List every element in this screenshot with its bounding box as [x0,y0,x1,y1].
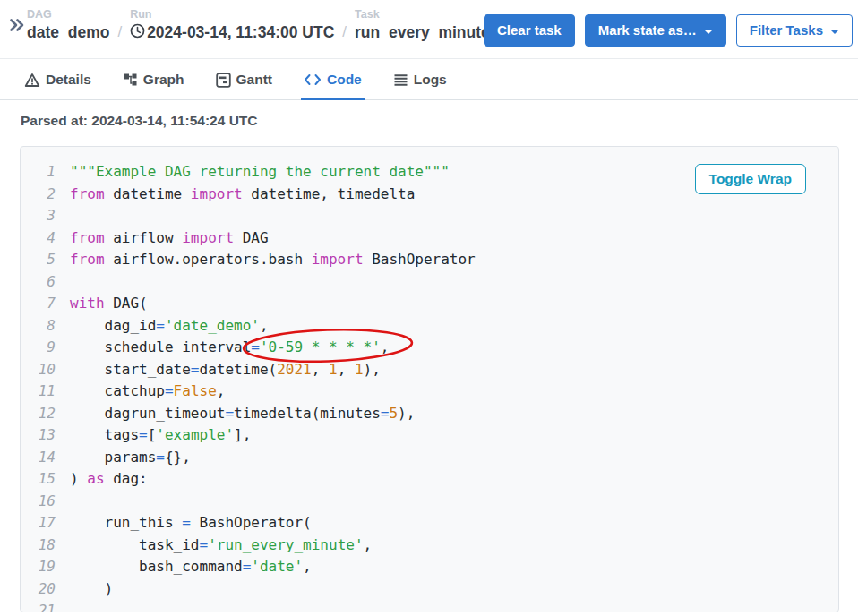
line-number: 17 [21,512,70,535]
tab-details-label: Details [46,72,91,88]
code-text: run_this = BashOperator( [70,512,312,535]
warning-triangle-icon [24,73,40,88]
tab-code[interactable]: Code [301,70,365,100]
mark-state-as-button[interactable]: Mark state as… [585,14,726,47]
breadcrumb-separator: / [117,23,122,41]
line-number: 7 [21,293,70,315]
code-line-3: 3 [21,205,838,227]
line-number: 3 [21,205,70,227]
code-line-4: 4from airflow import DAG [21,227,838,250]
code-line-6: 6 [21,271,838,294]
line-number: 5 [21,249,70,271]
line-number: 21 [21,600,70,612]
code-line-7: 7with DAG( [21,293,838,315]
tab-details[interactable]: Details [21,70,94,100]
breadcrumb-dag: DAG date_demo [27,8,109,43]
dag-name-link[interactable]: date_demo [27,21,109,43]
code-text: start_date=datetime(2021, 1, 1), [70,359,381,381]
line-number: 9 [21,337,70,359]
code-line-18: 18 task_id='run_every_minute', [21,535,838,557]
line-number: 4 [21,227,70,250]
filter-tasks-label: Filter Tasks [750,22,823,38]
tab-gantt-label: Gantt [236,72,272,88]
breadcrumb-separator: / [342,23,347,41]
code-text: bash_command='date', [70,556,312,578]
breadcrumb-run: Run 2024-03-14, 11:34:00 UTC [130,8,334,43]
collapse-breadcrumb-button[interactable] [7,16,27,36]
code-text: from airflow import DAG [70,227,269,250]
clear-task-button[interactable]: Clear task [484,14,575,47]
gantt-chart-icon [216,73,231,88]
line-number: 19 [21,556,70,578]
code-text: tags=['example'], [70,424,251,447]
code-line-11: 11 catchup=False, [21,381,838,403]
tab-code-label: Code [327,72,362,88]
code-text: with DAG( [70,293,148,315]
code-line-14: 14 params={}, [21,447,838,469]
run-date-text: 2024-03-14, 11:34:00 UTC [147,21,334,43]
line-number: 18 [21,535,70,557]
code-line-8: 8 dag_id='date_demo', [21,315,838,338]
caret-down-icon [830,30,839,34]
code-line-17: 17 run_this = BashOperator( [21,512,838,535]
line-number: 20 [21,578,70,601]
code-line-20: 20 ) [21,578,838,601]
line-number: 13 [21,424,70,447]
line-number: 16 [21,491,70,513]
code-text: schedule_interval='0-59 * * * *', [70,337,389,359]
graph-nodes-icon [123,73,138,87]
line-number: 2 [21,184,70,206]
code-line-13: 13 tags=['example'], [21,424,838,447]
code-line-10: 10 start_date=datetime(2021, 1, 1), [21,359,838,381]
dag-label: DAG [27,8,109,21]
line-number: 10 [21,359,70,381]
line-number: 14 [21,447,70,469]
code-text: ) [70,578,113,601]
code-text: """Example DAG returning the current dat… [70,161,450,184]
code-line-16: 16 [21,491,838,513]
code-line-5: 5from airflow.operators.bash import Bash… [21,249,838,271]
parsed-at-text: Parsed at: 2024-03-14, 11:54:24 UTC [21,112,858,130]
log-lines-icon [393,73,408,87]
breadcrumb: DAG date_demo / Run 2024-03-14, 11:34:00… [27,8,490,43]
run-label: Run [130,8,334,21]
code-text: dagrun_timeout=timedelta(minutes=5), [70,403,415,425]
task-label: Task [355,8,490,21]
clock-icon [130,22,145,44]
line-number: 8 [21,315,70,338]
line-number: 1 [21,161,70,184]
tab-gantt[interactable]: Gantt [213,70,275,100]
code-text: dag_id='date_demo', [70,315,269,338]
code-text: from datetime import datetime, timedelta [70,184,415,206]
code-panel: 1"""Example DAG returning the current da… [20,146,839,612]
code-text: params={}, [70,447,191,469]
line-number: 6 [21,271,70,294]
tab-bar: Details Graph Gantt [0,59,858,100]
header-actions: Clear task Mark state as… Filter Tasks [484,14,853,47]
toggle-wrap-button[interactable]: Toggle Wrap [695,164,806,194]
code-line-19: 19 bash_command='date', [21,556,838,578]
tab-graph[interactable]: Graph [120,70,187,100]
line-number: 12 [21,403,70,425]
chevrons-right-icon [8,23,26,37]
code-text: ) as dag: [70,468,148,491]
code-lines: 1"""Example DAG returning the current da… [21,161,838,612]
tab-logs[interactable]: Logs [390,70,450,100]
task-name-link[interactable]: run_every_minute [355,21,490,43]
mark-state-as-label: Mark state as… [598,22,697,38]
filter-tasks-button[interactable]: Filter Tasks [736,14,853,47]
tab-graph-label: Graph [143,72,184,88]
line-number: 11 [21,381,70,403]
caret-down-icon [704,30,713,34]
code-text: task_id='run_every_minute', [70,535,372,557]
run-date-link[interactable]: 2024-03-14, 11:34:00 UTC [130,21,334,43]
code-brackets-icon [304,73,322,86]
code-line-9: 9 schedule_interval='0-59 * * * *', [21,337,838,359]
code-line-12: 12 dagrun_timeout=timedelta(minutes=5), [21,403,838,425]
header: DAG date_demo / Run 2024-03-14, 11:34:00… [0,0,858,59]
code-text: catchup=False, [70,381,225,403]
code-line-15: 15) as dag: [21,468,838,491]
line-number: 15 [21,468,70,491]
tab-logs-label: Logs [414,72,447,88]
breadcrumb-task: Task run_every_minute [355,8,490,43]
